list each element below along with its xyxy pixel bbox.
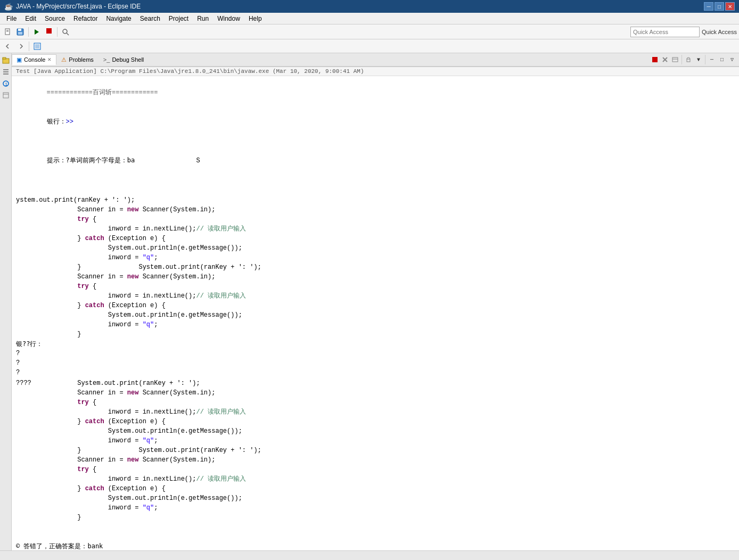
tab-debug-shell[interactable]: >_ Debug Shell [98,54,149,65]
console-blank-4 [16,522,735,532]
forward-button[interactable] [15,40,27,52]
console-line-bank2: 银??行： [16,339,735,349]
minimize-button[interactable]: ─ [704,2,713,11]
code-line-12: } catch (Exception e) { [16,301,735,310]
debug-shell-tab-label: Debug Shell [112,56,144,63]
toolbar-sep-1 [28,27,29,37]
svg-marker-6 [35,29,39,35]
sidebar-icon-4[interactable] [1,90,11,100]
code-line-8: } System.out.print(ranKey + ': '); [16,262,735,272]
menu-navigate[interactable]: Navigate [102,14,135,23]
code2-line-6: System.out.println(e.getMessage()); [16,426,735,436]
sidebar-icon-1[interactable] [1,55,11,65]
console-tabs-right: ▼ ─ □ ▽ [648,55,739,64]
minimize-view-button[interactable]: ─ [707,55,717,64]
menu-edit[interactable]: Edit [21,14,40,23]
menu-window[interactable]: Window [213,14,244,23]
sidebar-icon-3[interactable]: i [1,79,11,88]
close-button[interactable]: ✕ [725,2,735,11]
separator-line: ============百词斩============ [16,78,735,107]
sidebar-icon-2[interactable] [1,67,11,77]
stop-button[interactable] [43,26,55,38]
menu-source[interactable]: Source [40,14,69,23]
search-button[interactable] [60,26,71,38]
console-line-hint: 提示：?单词前两个字母是：ba S [16,146,735,175]
scroll-lock-button[interactable] [684,55,693,64]
svg-rect-19 [3,93,9,98]
code2-line-4: inword = in.nextLine();// 读取用户输入 [16,407,735,417]
console-blank-2 [16,175,735,185]
maximize-button[interactable]: □ [715,2,724,11]
code-block-2: ???? System.out.print(ranKey + ': '); Sc… [16,378,735,522]
new-button[interactable] [2,26,14,38]
title-bar: ☕ JAVA - MyProject/src/Test.java - Eclip… [0,0,739,13]
ctab-sep-1 [681,55,682,64]
code-line-13: System.out.println(e.getMessage()); [16,310,735,320]
maximize-view-button[interactable]: □ [717,55,727,64]
save-button[interactable] [14,26,26,38]
svg-point-8 [63,29,67,34]
menu-project[interactable]: Project [165,14,193,23]
code2-line-14: inword = "q"; [16,503,735,513]
console-blank-5 [16,532,735,541]
console-view-menu-button[interactable]: ▼ [694,55,703,64]
code2-line-10: try { [16,465,735,474]
toolbar-sep-2 [57,27,58,37]
code2-line-9: Scanner in = new Scanner(System.in); [16,455,735,465]
code-line-7: inword = "q"; [16,253,735,262]
console-header-info: Test [Java Application] C:\Program Files… [12,67,739,76]
code-line-15: } [16,330,735,339]
remove-launch-button[interactable] [660,55,670,64]
code-line-6: System.out.println(e.getMessage()); [16,243,735,253]
code-line-14: inword = "q"; [16,320,735,330]
console-q2: ? [16,358,735,368]
toolbar-file-group [2,26,26,38]
console-content[interactable]: ============百词斩============ 银行：>> 提示：?单词… [12,76,739,553]
code2-line-13: System.out.println(e.getMessage()); [16,493,735,503]
code-line-3: try { [16,215,735,224]
code2-line-12: } catch (Exception e) { [16,484,735,493]
code2-line-11: inword = in.nextLine();// 读取用户输入 [16,474,735,484]
terminate-button[interactable] [650,55,660,64]
code2-line-3: try { [16,398,735,407]
quick-access-input[interactable] [630,27,700,37]
code-line-2: Scanner in = new Scanner(System.in); [16,205,735,215]
title-bar-left: ☕ JAVA - MyProject/src/Test.java - Eclip… [4,3,141,11]
run-button[interactable] [31,26,43,38]
code2-line-1: ???? System.out.print(ranKey + ': '); [16,378,735,388]
menu-help[interactable]: Help [244,14,266,23]
clear-console-button[interactable] [670,55,680,64]
view-menu-button[interactable]: ▽ [727,55,737,64]
code-line-10: try { [16,282,735,291]
svg-rect-21 [652,57,658,62]
console-answer: © 答错了，正确答案是：bank [16,541,735,551]
console-tabs-row: ▣ Console ✕ ⚠ Problems >_ Debug Shell [12,53,739,67]
svg-rect-7 [46,28,52,34]
console-tab-close[interactable]: ✕ [47,57,52,62]
title-bar-controls[interactable]: ─ □ ✕ [704,2,735,11]
tab-console[interactable]: ▣ Console ✕ [12,54,56,65]
tab-problems[interactable]: ⚠ Problems [56,54,98,65]
quick-access-label: Quick Access [702,29,737,35]
svg-rect-4 [18,29,21,31]
problems-tab-label: Problems [69,56,93,63]
code-block-1: ystem.out.print(ranKey + ': '); Scanner … [16,195,735,339]
console-tab-label: Console [24,56,45,63]
menu-search[interactable]: Search [136,14,165,23]
console-tabs-left: ▣ Console ✕ ⚠ Problems >_ Debug Shell [12,54,648,65]
code2-line-8: } System.out.print(ranKey + ': '); [16,446,735,455]
menu-file[interactable]: File [2,14,21,23]
open-perspective-button[interactable] [31,40,43,52]
menu-run[interactable]: Run [193,14,213,23]
svg-rect-11 [35,44,39,48]
toolbar-main: Quick Access [0,24,739,39]
bank-label: 银行： [47,118,66,125]
back-button[interactable] [2,40,14,52]
menu-refactor[interactable]: Refactor [69,14,102,23]
problems-icon: ⚠ [61,56,67,63]
debug-shell-icon: >_ [103,56,110,63]
quick-access-area: Quick Access [630,27,737,37]
toolbar-run-group [31,26,55,38]
console-blank-3 [16,185,735,194]
svg-line-9 [67,33,69,35]
